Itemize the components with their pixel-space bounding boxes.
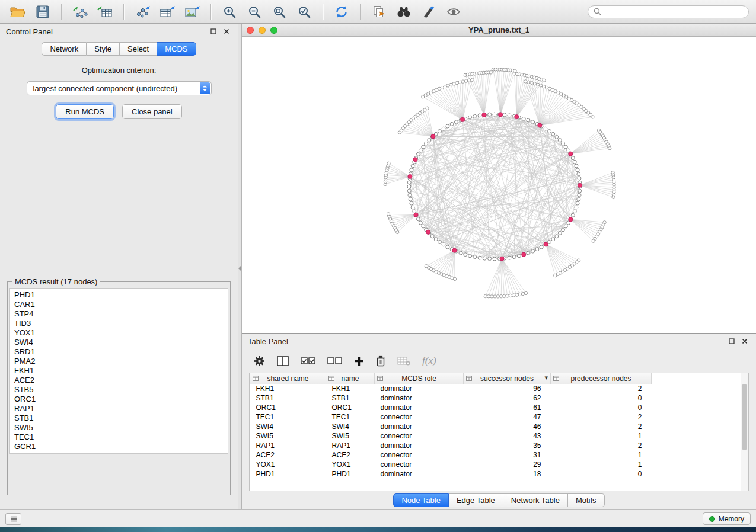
mcds-result-item[interactable]: FKH1 [10, 366, 228, 376]
column-type-icon [553, 376, 559, 381]
column-menu-caret-icon[interactable]: ▾ [544, 374, 548, 382]
cell-successors: 43 [464, 431, 551, 441]
export-table-icon [160, 5, 175, 18]
window-close-button[interactable] [247, 27, 254, 34]
select-all-button[interactable] [301, 357, 315, 365]
table-row[interactable]: STB1STB1dominator620 [250, 393, 652, 403]
mcds-result-item[interactable]: TID3 [10, 319, 228, 328]
mcds-result-item[interactable]: ORC1 [10, 395, 228, 404]
network-graph[interactable] [242, 37, 756, 333]
show-hide-button[interactable] [443, 3, 464, 21]
column-label: predecessor nodes [570, 374, 631, 383]
table-row[interactable]: PHD1PHD1dominator180 [250, 469, 652, 479]
criterion-select[interactable]: largest connected component (undirected) [27, 81, 212, 95]
close-panel-icon[interactable] [221, 27, 232, 36]
show-columns-button[interactable] [277, 356, 289, 366]
tab-style[interactable]: Style [87, 42, 120, 56]
tab-network-table[interactable]: Network Table [503, 493, 568, 507]
table-row[interactable]: SWI4SWI4dominator462 [250, 422, 652, 431]
run-mcds-button[interactable]: Run MCDS [56, 104, 114, 119]
fx-icon: f(x) [422, 355, 436, 367]
mcds-result-item[interactable]: SWI5 [10, 423, 228, 432]
mcds-result-item[interactable]: SWI4 [10, 338, 228, 347]
window-maximize-button[interactable] [270, 27, 277, 34]
refresh-layout-button[interactable] [331, 3, 352, 21]
tab-edge-table[interactable]: Edge Table [449, 493, 503, 507]
table-row[interactable]: ORC1ORC1dominator610 [250, 403, 652, 412]
mcds-result-item[interactable]: STB1 [10, 414, 228, 423]
mcds-result-item[interactable]: SRD1 [10, 347, 228, 357]
mcds-result-item[interactable]: YOX1 [10, 328, 228, 338]
table-settings-button[interactable] [254, 355, 265, 367]
splitter-collapse-arrow-icon[interactable] [238, 265, 241, 271]
cell-successors: 47 [464, 412, 551, 422]
import-table-button[interactable] [94, 3, 116, 21]
table-row[interactable]: RAP1RAP1dominator352 [250, 441, 652, 450]
tab-motifs[interactable]: Motifs [568, 493, 605, 507]
mcds-result-item[interactable]: PMA2 [10, 357, 228, 366]
network-canvas[interactable] [242, 37, 756, 333]
tab-mcds[interactable]: MCDS [157, 42, 196, 56]
search-input[interactable] [604, 8, 743, 16]
scrollbar-thumb[interactable] [742, 384, 747, 450]
mcds-result-item[interactable]: GCR1 [10, 442, 228, 451]
cell-role: dominator [375, 422, 464, 431]
export-image-button[interactable] [181, 3, 203, 21]
cell-shared_name: STB1 [250, 393, 326, 403]
table-row[interactable]: YOX1YOX1connector291 [250, 460, 652, 469]
tab-node-table[interactable]: Node Table [393, 493, 449, 507]
filter-button[interactable] [418, 3, 439, 21]
optimization-criterion-label: Optimization criterion: [0, 66, 238, 75]
float-panel-icon[interactable] [208, 27, 219, 36]
mcds-result-item[interactable]: STP4 [10, 309, 228, 319]
column-header-predecessor-nodes[interactable]: predecessor nodes [551, 373, 652, 384]
table-row[interactable]: FKH1FKH1dominator962 [250, 384, 652, 393]
add-column-button[interactable] [354, 356, 364, 366]
deselect-all-button[interactable] [327, 357, 342, 365]
cell-predecessors: 2 [551, 441, 652, 450]
zoom-selected-button[interactable] [294, 3, 315, 21]
export-network-button[interactable] [132, 3, 153, 21]
mcds-result-item[interactable]: CAR1 [10, 300, 228, 309]
search-network-button[interactable] [393, 3, 414, 21]
export-network-icon [135, 5, 150, 18]
window-minimize-button[interactable] [259, 27, 266, 34]
node-table[interactable]: shared namenameMCDS rolesuccessor nodes▾… [250, 373, 652, 479]
mcds-result-item[interactable]: RAP1 [10, 404, 228, 414]
table-row[interactable]: SWI5SWI5connector431 [250, 431, 652, 441]
float-table-panel-icon[interactable] [726, 336, 737, 346]
function-builder-button[interactable]: f(x) [422, 355, 436, 367]
open-session-button[interactable] [7, 3, 28, 21]
close-table-panel-icon[interactable] [739, 336, 750, 346]
column-header-MCDS-role[interactable]: MCDS role [375, 373, 464, 384]
cell-shared_name: PHD1 [250, 469, 326, 479]
panel-selector-button[interactable] [5, 513, 21, 525]
mcds-result-item[interactable]: STB5 [10, 385, 228, 395]
copy-share-button[interactable] [368, 3, 390, 21]
table-row[interactable]: ACE2ACE2connector311 [250, 450, 652, 460]
search-box[interactable] [588, 5, 749, 18]
zoom-in-button[interactable] [219, 3, 240, 21]
mcds-result-list[interactable]: PHD1CAR1STP4TID3YOX1SWI4SRD1PMA2FKH1ACE2… [9, 288, 228, 454]
memory-button[interactable]: Memory [703, 512, 751, 525]
gear-icon [254, 355, 265, 367]
cell-shared_name: YOX1 [250, 460, 326, 469]
export-table-button[interactable] [157, 3, 178, 21]
delete-table-button[interactable] [397, 356, 410, 366]
save-session-button[interactable] [32, 3, 53, 21]
zoom-out-button[interactable] [244, 3, 265, 21]
column-header-name[interactable]: name [326, 373, 375, 384]
mcds-result-item[interactable]: PHD1 [10, 290, 228, 300]
tab-select[interactable]: Select [120, 42, 157, 56]
close-panel-button[interactable]: Close panel [122, 104, 182, 119]
mcds-result-item[interactable]: TEC1 [10, 432, 228, 442]
import-network-button[interactable] [69, 3, 91, 21]
column-header-successor-nodes[interactable]: successor nodes▾ [464, 373, 551, 384]
mcds-result-item[interactable]: ACE2 [10, 376, 228, 385]
table-scrollbar[interactable] [741, 373, 748, 491]
table-row[interactable]: TEC1TEC1connector472 [250, 412, 652, 422]
tab-network[interactable]: Network [42, 42, 87, 56]
delete-column-button[interactable] [376, 355, 385, 367]
zoom-fit-button[interactable] [269, 3, 290, 21]
column-header-shared-name[interactable]: shared name [250, 373, 326, 384]
